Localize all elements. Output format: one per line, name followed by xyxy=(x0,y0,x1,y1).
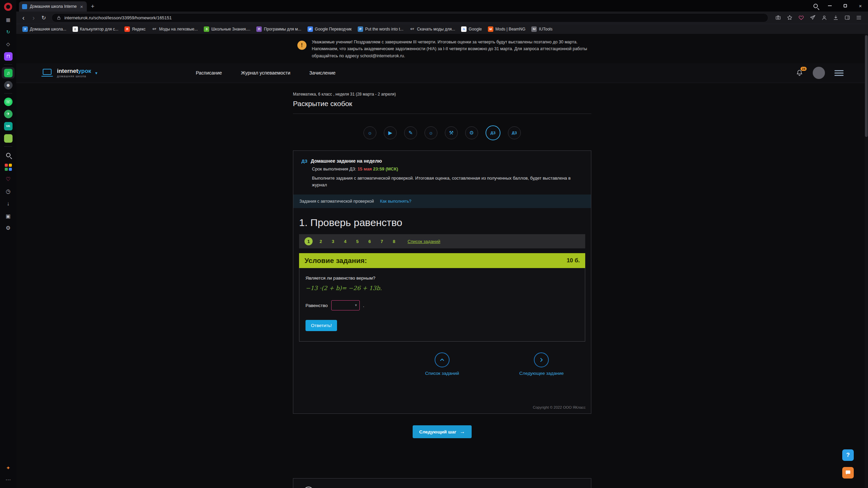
new-tab-button[interactable]: + xyxy=(91,3,95,10)
player-icon[interactable]: ♫ xyxy=(2,67,15,79)
submit-answer-button[interactable]: Ответить! xyxy=(305,320,337,331)
notifications-bell-icon[interactable]: 24 xyxy=(796,69,803,77)
bookmark-label: Скачать моды для... xyxy=(417,27,455,32)
task-pill-1[interactable]: 1 xyxy=(304,237,313,245)
task-pill-3[interactable]: 3 xyxy=(329,237,337,245)
bookmark-label: IUTools xyxy=(539,27,552,32)
announcement-banner: ! Уважаемые ученики! Поздравляем с завер… xyxy=(16,34,868,63)
bookmark-label: Mods | BeamNG xyxy=(495,27,525,32)
whatsapp-icon[interactable]: ☏ xyxy=(2,96,15,107)
bookmark-item[interactable]: M Mods | BeamNG xyxy=(485,25,528,33)
apps-grid-icon[interactable] xyxy=(2,161,15,173)
bookmark-item[interactable]: GT Моды на легковые... xyxy=(149,25,200,33)
search-icon[interactable] xyxy=(2,149,15,161)
twitch-icon[interactable]: ⊓ xyxy=(2,50,15,62)
menu-icon[interactable] xyxy=(856,15,862,21)
heart-collection-icon[interactable] xyxy=(798,15,804,21)
task-pill-8[interactable]: 8 xyxy=(390,237,398,245)
step-notes[interactable]: ✎ xyxy=(404,126,417,139)
scrollbar-thumb[interactable] xyxy=(865,35,868,137)
sync-icon[interactable]: ↻ xyxy=(2,26,15,38)
arrow-up-icon[interactable] xyxy=(435,352,450,367)
extensions-icon[interactable]: ▣ xyxy=(2,210,15,222)
sidebar-setup-icon[interactable]: ⋯ xyxy=(2,474,15,486)
bookmark-item[interactable]: IU IUTools xyxy=(529,25,555,33)
breadcrumb[interactable]: Математика, 6 класс , неделя 31 (28 март… xyxy=(293,92,591,97)
window-minimize-button[interactable] xyxy=(822,0,837,12)
profile-icon[interactable] xyxy=(821,15,827,21)
vk-icon[interactable]: VK xyxy=(2,120,15,132)
sidebar-setup-glyph: ⋯ xyxy=(4,476,13,484)
forward-button[interactable]: › xyxy=(28,13,39,23)
avatar[interactable] xyxy=(813,67,825,79)
nav-schedule[interactable]: Расписание xyxy=(196,70,222,76)
bookmark-item[interactable]: З Школьные Знания.... xyxy=(201,25,253,33)
homework-description: Выполните задания с автоматической прове… xyxy=(301,175,576,188)
task-pill-4[interactable]: 4 xyxy=(341,237,349,245)
task-list-link[interactable]: Список заданий xyxy=(408,239,440,244)
snapshot-camera-icon[interactable] xyxy=(775,15,781,21)
tab-auto-check[interactable]: Задания с автоматической проверкой xyxy=(299,199,374,204)
homework-card: ДЗ Домашнее задание на неделю Срок выпол… xyxy=(293,150,591,414)
history-icon[interactable]: ◷ xyxy=(2,186,15,197)
chevron-down-icon[interactable]: ▾ xyxy=(95,70,98,76)
favorites-heart-icon[interactable]: ♡ xyxy=(2,174,15,185)
task-pill-5[interactable]: 5 xyxy=(353,237,361,245)
step-video[interactable]: ▶ xyxy=(384,126,397,139)
downloads-icon[interactable]: ↓ xyxy=(2,198,15,209)
bookmark-item[interactable]: ⇄ Google Переводчик xyxy=(305,25,355,33)
page-content: ! Уважаемые ученики! Поздравляем с завер… xyxy=(16,34,868,488)
browser-search-icon[interactable] xyxy=(809,0,822,12)
discord-icon[interactable]: ☻ xyxy=(2,79,15,91)
arrow-right-icon[interactable] xyxy=(534,352,549,367)
page-scrollbar[interactable] xyxy=(865,34,868,488)
telegram-icon[interactable]: ✈ xyxy=(2,108,15,120)
reload-button[interactable]: ↻ xyxy=(39,13,49,23)
step-test[interactable]: ⚙ xyxy=(465,126,478,139)
opera-logo-icon[interactable] xyxy=(4,3,12,11)
titlebar: Домашняя школа Internet × + × xyxy=(16,0,868,12)
hamburger-menu-icon[interactable] xyxy=(834,70,844,76)
address-bar[interactable]: interneturok.ru/school/lesson/33959/home… xyxy=(52,13,768,22)
help-floating-button[interactable]: ? xyxy=(842,449,854,461)
browser-tab[interactable]: Домашняя школа Internet × xyxy=(19,1,87,12)
settings-icon[interactable]: ⚙ xyxy=(2,222,15,234)
site-logo[interactable]: internetурок домашняя школа xyxy=(41,68,91,78)
window-maximize-button[interactable] xyxy=(837,0,853,12)
step-extra-theory[interactable]: ☼ xyxy=(425,126,437,139)
spark-icon[interactable]: ✦ xyxy=(2,462,15,473)
bookmark-item[interactable]: П Программы для м... xyxy=(254,25,304,33)
task-pill-6[interactable]: 6 xyxy=(366,237,374,245)
step-homework-extra[interactable]: ДЗ xyxy=(508,126,521,139)
bookmark-favicon: ± xyxy=(73,26,78,32)
bookmark-item[interactable]: G Google xyxy=(458,25,485,33)
gx-corner-icon[interactable]: ◇ xyxy=(2,38,15,50)
how-to-link[interactable]: Как выполнять? xyxy=(380,199,411,204)
myflow-plane-icon[interactable] xyxy=(810,15,816,21)
bookmark-item[interactable]: GT Скачать моды для... xyxy=(407,25,458,33)
messenger-icon[interactable] xyxy=(2,133,15,144)
next-task-nav[interactable]: Следующее задание xyxy=(519,352,564,376)
chat-floating-button[interactable] xyxy=(842,467,854,479)
sidebar-toggle-icon[interactable] xyxy=(844,15,850,21)
task-pill-7[interactable]: 7 xyxy=(378,237,386,245)
downloads-toolbar-icon[interactable] xyxy=(833,15,839,21)
step-theory[interactable]: ☼ xyxy=(363,126,376,139)
tab-tile-icon[interactable]: ▦ xyxy=(2,14,15,25)
step-training[interactable]: ⚒ xyxy=(445,126,458,139)
nav-enrollment[interactable]: Зачисление xyxy=(309,70,335,76)
back-button[interactable]: ‹ xyxy=(18,13,28,23)
answer-select[interactable]: ▾ xyxy=(331,300,360,310)
tab-close-icon[interactable]: × xyxy=(79,4,84,9)
bookmark-item[interactable]: Я Яндекс xyxy=(122,25,148,33)
bookmark-item[interactable]: P Put the words into t... xyxy=(355,25,406,33)
bookmark-star-icon[interactable] xyxy=(787,15,793,21)
window-close-button[interactable]: × xyxy=(853,0,868,12)
next-step-button[interactable]: Следующий шаг → xyxy=(413,425,472,438)
bookmark-item[interactable]: ± Калькулятор для с... xyxy=(70,25,121,33)
task-list-nav[interactable]: Список заданий xyxy=(425,352,459,376)
task-pill-2[interactable]: 2 xyxy=(317,237,325,245)
nav-gradebook[interactable]: Журнал успеваемости xyxy=(241,70,291,76)
bookmark-item[interactable]: У Домашняя школа... xyxy=(20,25,69,33)
step-homework-active[interactable]: ДЗ xyxy=(486,125,500,140)
